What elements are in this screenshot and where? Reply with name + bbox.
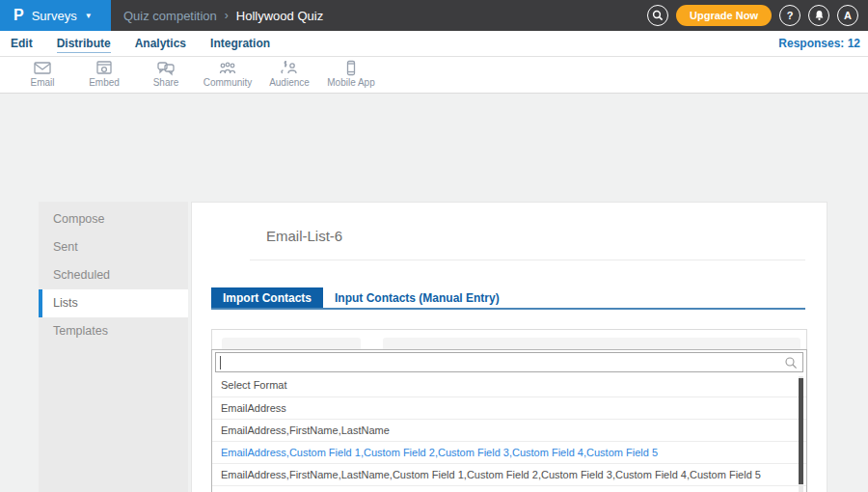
toolbar-item-audience[interactable]: Audience (258, 57, 320, 88)
questionpro-logo-icon: P (14, 7, 24, 24)
app-window: P Surveys ▼ Quiz competition › Hollywood… (0, 0, 868, 492)
toolbar-item-community[interactable]: Community (197, 57, 258, 88)
contact-tabs: Import Contacts Input Contacts (Manual E… (211, 287, 511, 309)
text-cursor (220, 356, 221, 369)
tab-underline (211, 308, 805, 310)
survey-nav: Edit Distribute Analytics Integration Re… (0, 31, 868, 57)
format-dropdown-open: Select Format EmailAddress EmailAddress,… (211, 349, 807, 492)
distribute-toolbar: Email Embed Share Community Audience Mob… (0, 57, 868, 94)
question-mark-icon: ? (787, 10, 794, 21)
sidebar-item-templates[interactable]: Templates (39, 317, 188, 345)
sidebar-item-lists[interactable]: Lists (39, 289, 188, 317)
breadcrumb-separator-icon: › (225, 9, 229, 22)
tab-input-contacts[interactable]: Input Contacts (Manual Entry) (323, 287, 511, 309)
share-icon (156, 60, 176, 76)
top-bar: P Surveys ▼ Quiz competition › Hollywood… (0, 0, 868, 31)
help-button[interactable]: ? (779, 5, 800, 26)
mobile-app-icon (341, 60, 361, 76)
search-icon (784, 356, 798, 369)
breadcrumb-parent[interactable]: Quiz competition (123, 9, 217, 23)
toolbar-items: Email Embed Share Community Audience Mob… (0, 57, 868, 88)
embed-icon (95, 60, 114, 76)
responses-count[interactable]: Responses: 12 (778, 37, 860, 50)
nav-item-edit[interactable]: Edit (11, 35, 33, 52)
format-option-list: Select Format EmailAddress EmailAddress,… (212, 374, 806, 492)
email-icon (33, 60, 52, 76)
toolbar-label: Community (203, 77, 253, 88)
breadcrumb: Quiz competition › Hollywood Quiz (123, 9, 323, 23)
nav-item-distribute[interactable]: Distribute (57, 35, 111, 53)
toolbar-label: Email (30, 77, 54, 88)
account-avatar[interactable]: A (837, 5, 858, 26)
notifications-button[interactable] (808, 5, 829, 26)
page-title: Email-List-6 (266, 228, 342, 244)
sidebar-item-scheduled[interactable]: Scheduled (39, 261, 188, 289)
search-icon (652, 10, 664, 21)
bell-icon (814, 10, 825, 21)
toolbar-item-embed[interactable]: Embed (73, 57, 135, 88)
sidebar-item-sent[interactable]: Sent (39, 233, 188, 261)
dropdown-search-box (215, 352, 803, 372)
upgrade-now-button[interactable]: Upgrade Now (676, 5, 772, 26)
content-card: Email-List-6 Import Contacts Input Conta… (191, 202, 827, 492)
workspace: Compose Sent Scheduled Lists Templates E… (0, 94, 868, 492)
dropdown-scrollbar-thumb[interactable] (799, 378, 803, 484)
toolbar-item-share[interactable]: Share (135, 57, 197, 88)
nav-item-integration[interactable]: Integration (210, 35, 270, 52)
nav-item-analytics[interactable]: Analytics (135, 35, 186, 52)
breadcrumb-current: Hollywood Quiz (236, 9, 323, 23)
hidden-panel-header (222, 338, 361, 349)
toolbar-label: Embed (89, 77, 120, 88)
hidden-panel-header (383, 338, 800, 349)
format-option[interactable]: EmailAddress (212, 396, 806, 419)
community-icon (218, 60, 237, 76)
product-label: Surveys (32, 9, 77, 23)
sidebar-item-compose[interactable]: Compose (39, 205, 188, 233)
format-option[interactable]: EmailAddress,FirstName,LastName,Custom F… (212, 463, 806, 485)
toolbar-label: Mobile App (327, 77, 374, 88)
dropdown-search-input[interactable] (222, 355, 762, 370)
format-option-highlighted[interactable]: EmailAddress,Custom Field 1,Custom Field… (212, 441, 806, 463)
toolbar-item-mobile-app[interactable]: Mobile App (320, 57, 382, 88)
toolbar-label: Audience (269, 77, 310, 88)
title-divider (250, 260, 805, 260)
format-option[interactable]: EmailAddress,Language,Field 1,Field 2,..… (212, 485, 806, 492)
avatar-initial: A (844, 10, 852, 21)
surveys-menu[interactable]: P Surveys ▼ (0, 0, 111, 31)
chevron-down-icon: ▼ (85, 12, 93, 20)
tab-import-contacts[interactable]: Import Contacts (211, 287, 323, 309)
audience-icon (280, 60, 299, 76)
topbar-actions: Upgrade Now ? A (647, 0, 858, 31)
toolbar-label: Share (153, 77, 179, 88)
toolbar-item-email[interactable]: Email (12, 57, 73, 88)
format-option[interactable]: Select Format (212, 374, 806, 396)
email-sidebar: Compose Sent Scheduled Lists Templates (39, 202, 188, 492)
format-option[interactable]: EmailAddress,FirstName,LastName (212, 419, 806, 441)
search-button[interactable] (647, 5, 668, 26)
